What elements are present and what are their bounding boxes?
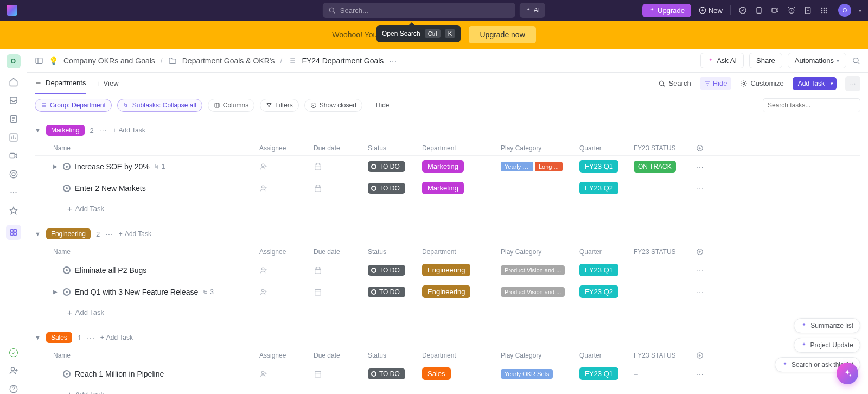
department-pill[interactable]: Marketing xyxy=(422,182,464,194)
col-assignee[interactable]: Assignee xyxy=(259,248,308,256)
assignee-icon[interactable] xyxy=(259,370,268,378)
project-update-button[interactable]: Project Update xyxy=(794,338,860,353)
clipboard-icon[interactable] xyxy=(755,6,763,15)
task-status-circle[interactable] xyxy=(63,370,71,378)
task-status-circle[interactable] xyxy=(63,266,71,274)
dashboards-icon[interactable] xyxy=(9,132,18,142)
quarter-pill[interactable]: FY23 Q1 xyxy=(579,367,618,380)
task-row[interactable]: Eliminate all P2 BugsTO DOEngineeringPro… xyxy=(35,259,860,281)
col-fy23[interactable]: FY23 STATUS xyxy=(634,144,691,152)
add-task-row[interactable]: +Add Task xyxy=(35,302,860,319)
department-pill[interactable]: Engineering xyxy=(422,264,470,276)
grid-apps-icon[interactable] xyxy=(820,6,828,15)
group-label[interactable]: Marketing xyxy=(46,125,85,136)
task-status-circle[interactable] xyxy=(63,288,71,296)
row-more-icon[interactable]: ··· xyxy=(696,266,704,275)
chevron-down-icon[interactable]: ▾ xyxy=(859,8,861,14)
global-search[interactable]: Search... xyxy=(323,3,515,18)
calendar-icon[interactable] xyxy=(314,370,322,378)
task-title[interactable]: Enter 2 New Markets xyxy=(75,184,146,193)
col-department[interactable]: Department xyxy=(422,248,495,256)
more-icon[interactable] xyxy=(9,188,18,198)
columns-filter[interactable]: Columns xyxy=(208,99,254,112)
docs-icon[interactable] xyxy=(9,114,18,124)
hide-filters-button[interactable]: Hide xyxy=(700,77,732,90)
expand-icon[interactable]: ▶ xyxy=(53,163,59,169)
play-category-pill[interactable]: Product Vision and ... xyxy=(501,265,565,275)
goals-icon[interactable] xyxy=(9,169,18,179)
ai-fab[interactable] xyxy=(837,363,858,384)
summarize-list-button[interactable]: Summarize list xyxy=(794,318,860,333)
assignee-icon[interactable] xyxy=(259,266,268,275)
task-title[interactable]: Eliminate all P2 Bugs xyxy=(75,266,146,275)
quarter-pill[interactable]: FY23 Q2 xyxy=(579,182,618,194)
task-row[interactable]: ▶End Q1 with 3 New Feature Release3TO DO… xyxy=(35,281,860,302)
group-add-task[interactable]: +Add Task xyxy=(119,230,151,238)
row-more-icon[interactable]: ··· xyxy=(696,184,704,193)
status-pill[interactable]: TO DO xyxy=(368,265,405,276)
calendar-icon[interactable] xyxy=(314,162,322,171)
invite-icon[interactable] xyxy=(9,366,18,376)
group-more-icon[interactable]: ··· xyxy=(87,333,95,342)
view-tab-departments[interactable]: Departments xyxy=(35,73,86,94)
calendar-icon[interactable] xyxy=(314,266,322,275)
crumb-folder[interactable]: Department Goals & OKR's xyxy=(182,56,275,65)
help-icon[interactable] xyxy=(9,384,18,394)
calendar-icon[interactable] xyxy=(314,288,322,296)
customize-button[interactable]: Customize xyxy=(740,79,783,87)
task-row[interactable]: Reach 1 Million in PipelineTO DOSalesYea… xyxy=(35,363,860,384)
task-title[interactable]: End Q1 with 3 New Feature Release xyxy=(75,288,198,296)
col-quarter[interactable]: Quarter xyxy=(579,352,628,359)
plus-circle-icon[interactable] xyxy=(696,144,704,152)
col-name[interactable]: Name xyxy=(53,248,254,256)
task-title[interactable]: Increase SOE by 20% xyxy=(75,162,150,171)
status-pill[interactable]: TO DO xyxy=(368,287,405,297)
show-closed-button[interactable]: Show closed xyxy=(304,99,362,112)
subtasks-filter[interactable]: Subtasks: Collapse all xyxy=(117,99,202,112)
col-assignee[interactable]: Assignee xyxy=(259,144,308,152)
clips-icon[interactable] xyxy=(9,151,18,161)
department-pill[interactable]: Engineering xyxy=(422,285,470,298)
hide-filters-text[interactable]: Hide xyxy=(376,101,390,109)
spaces-icon[interactable] xyxy=(6,225,21,240)
ai-button[interactable]: AI xyxy=(520,3,545,18)
col-play[interactable]: Play Category xyxy=(501,352,574,359)
collapse-icon[interactable]: ▼ xyxy=(35,334,41,341)
search-icon[interactable] xyxy=(852,56,860,65)
crumb-more-icon[interactable]: ··· xyxy=(389,56,397,65)
col-due[interactable]: Due date xyxy=(314,144,362,152)
sync-check-icon[interactable]: ✓ xyxy=(9,348,18,357)
calendar-icon[interactable] xyxy=(314,184,322,193)
row-more-icon[interactable]: ··· xyxy=(696,162,704,171)
group-more-icon[interactable]: ··· xyxy=(99,126,107,135)
add-column-button[interactable] xyxy=(696,248,718,256)
col-department[interactable]: Department xyxy=(422,352,495,359)
home-icon[interactable] xyxy=(9,77,18,87)
workspace-badge[interactable]: O xyxy=(7,54,21,68)
task-status-circle[interactable] xyxy=(63,163,71,170)
group-add-task[interactable]: +Add Task xyxy=(100,334,133,341)
inbox-icon[interactable] xyxy=(9,96,18,105)
assignee-icon[interactable] xyxy=(259,184,268,193)
plus-circle-icon[interactable] xyxy=(696,248,704,256)
automations-button[interactable]: Automations ▾ xyxy=(788,53,846,68)
user-avatar[interactable]: O xyxy=(838,4,851,17)
upgrade-button[interactable]: Upgrade xyxy=(642,4,691,17)
add-column-button[interactable] xyxy=(696,352,718,359)
add-task-row[interactable]: +Add Task xyxy=(35,199,860,215)
sidebar-toggle-icon[interactable] xyxy=(35,56,43,65)
group-add-task[interactable]: +Add Task xyxy=(112,126,145,134)
col-department[interactable]: Department xyxy=(422,144,495,152)
col-name[interactable]: Name xyxy=(53,144,254,152)
ask-ai-button[interactable]: Ask AI xyxy=(700,53,744,68)
search-tasks-input[interactable] xyxy=(763,98,860,112)
add-task-dropdown[interactable]: ▾ xyxy=(827,77,837,90)
add-view-button[interactable]: + View xyxy=(95,73,118,94)
expand-icon[interactable]: ▶ xyxy=(53,289,59,295)
video-icon[interactable] xyxy=(771,6,780,15)
checkmark-circle-icon[interactable] xyxy=(738,6,747,15)
department-pill[interactable]: Sales xyxy=(422,367,451,380)
col-play[interactable]: Play Category xyxy=(501,248,574,256)
col-quarter[interactable]: Quarter xyxy=(579,248,628,256)
add-task-button[interactable]: Add Task xyxy=(793,77,830,90)
